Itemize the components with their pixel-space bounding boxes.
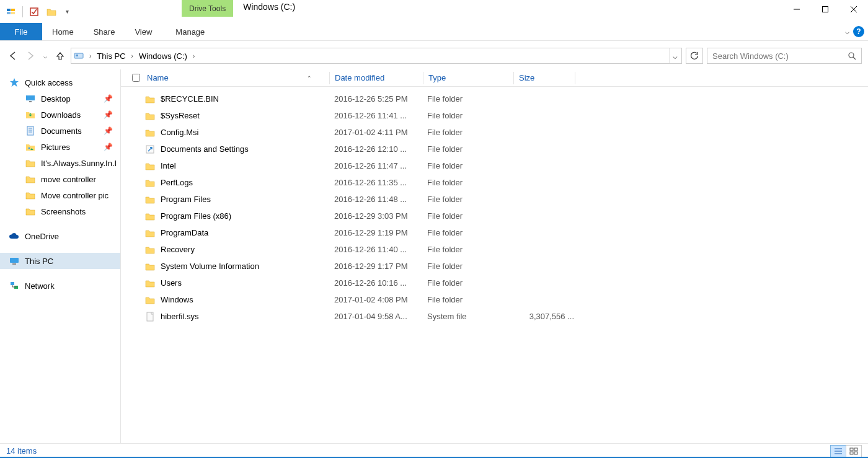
table-row[interactable]: Config.Msi2017-01-02 4:11 PMFile folder bbox=[121, 124, 868, 141]
svg-rect-13 bbox=[26, 95, 35, 100]
select-all-checkbox[interactable] bbox=[132, 74, 144, 82]
chevron-right-icon[interactable]: › bbox=[86, 53, 94, 59]
table-row[interactable]: Program Files (x86)2016-12-29 3:03 PMFil… bbox=[121, 208, 868, 224]
svg-rect-21 bbox=[12, 263, 16, 265]
column-size[interactable]: Size bbox=[514, 73, 575, 82]
file-name: PerfLogs bbox=[161, 178, 334, 187]
svg-rect-14 bbox=[29, 101, 32, 102]
item-count: 14 items bbox=[6, 446, 37, 456]
svg-rect-28 bbox=[147, 312, 153, 321]
sidebar-item[interactable]: Downloads📌 bbox=[0, 107, 120, 123]
folder-icon bbox=[25, 93, 36, 104]
table-row[interactable]: $SysReset2016-12-26 11:41 ...File folder bbox=[121, 107, 868, 124]
file-name: $SysReset bbox=[161, 111, 334, 120]
sidebar-item[interactable]: It's.Always.Sunny.In.I bbox=[0, 155, 120, 171]
sidebar-onedrive[interactable]: OneDrive bbox=[0, 228, 120, 244]
column-name[interactable]: Name ⌃ bbox=[144, 73, 329, 82]
table-row[interactable]: PerfLogs2016-12-26 11:35 ...File folder bbox=[121, 174, 868, 191]
close-button[interactable] bbox=[839, 0, 868, 19]
details-view-button[interactable] bbox=[830, 445, 846, 457]
breadcrumb[interactable]: › This PC › Windows (C:) › ⌵ bbox=[71, 48, 682, 64]
tab-share[interactable]: Share bbox=[84, 23, 125, 40]
sidebar-item[interactable]: move controller bbox=[0, 171, 120, 187]
refresh-button[interactable] bbox=[686, 48, 703, 64]
tab-home[interactable]: Home bbox=[42, 23, 84, 40]
table-row[interactable]: $RECYCLE.BIN2016-12-26 5:25 PMFile folde… bbox=[121, 90, 868, 107]
column-type[interactable]: Type bbox=[423, 73, 513, 82]
thumbnails-view-button[interactable] bbox=[846, 445, 862, 457]
svg-rect-1 bbox=[11, 9, 15, 11]
sidebar-item[interactable]: Screenshots bbox=[0, 203, 120, 219]
table-row[interactable]: ProgramData2016-12-29 1:19 PMFile folder bbox=[121, 224, 868, 241]
forward-button[interactable] bbox=[24, 49, 37, 63]
table-row[interactable]: hiberfil.sys2017-01-04 9:58 A...System f… bbox=[121, 308, 868, 325]
ribbon-expand-icon[interactable]: ⌵ bbox=[845, 27, 849, 36]
sidebar-quick-access[interactable]: Quick access bbox=[0, 74, 120, 90]
new-folder-icon[interactable] bbox=[46, 6, 57, 17]
svg-rect-3 bbox=[11, 12, 15, 14]
folder-icon bbox=[144, 194, 156, 205]
svg-rect-0 bbox=[7, 9, 11, 11]
qat-dropdown-icon[interactable]: ▾ bbox=[63, 6, 71, 17]
column-date[interactable]: Date modified bbox=[330, 73, 423, 82]
separator bbox=[22, 6, 23, 17]
file-type: File folder bbox=[427, 161, 517, 170]
table-row[interactable]: System Volume Information2016-12-29 1:17… bbox=[121, 258, 868, 275]
file-type: File folder bbox=[427, 128, 517, 137]
folder-icon bbox=[25, 157, 36, 169]
chevron-right-icon[interactable]: › bbox=[128, 53, 136, 59]
table-row[interactable]: Intel2016-12-26 11:47 ...File folder bbox=[121, 157, 868, 174]
file-icon bbox=[144, 311, 156, 322]
file-type: File folder bbox=[427, 262, 517, 271]
minimize-button[interactable] bbox=[782, 0, 811, 19]
svg-rect-34 bbox=[850, 452, 853, 454]
svg-rect-15 bbox=[27, 126, 33, 135]
file-date: 2016-12-26 5:25 PM bbox=[334, 94, 427, 103]
table-row[interactable]: Windows2017-01-02 4:08 PMFile folder bbox=[121, 291, 868, 308]
properties-icon[interactable] bbox=[29, 6, 40, 17]
folder-icon bbox=[144, 110, 156, 121]
sidebar-item[interactable]: Desktop📌 bbox=[0, 90, 120, 107]
svg-point-19 bbox=[29, 148, 30, 149]
svg-point-11 bbox=[849, 53, 854, 58]
sidebar-item[interactable]: Documents📌 bbox=[0, 123, 120, 139]
folder-icon bbox=[144, 161, 156, 172]
breadcrumb-this-pc[interactable]: This PC bbox=[94, 51, 128, 61]
sidebar-network[interactable]: Network bbox=[0, 278, 120, 294]
file-tab[interactable]: File bbox=[0, 23, 42, 40]
pc-icon bbox=[9, 255, 20, 266]
file-name: Intel bbox=[161, 161, 334, 170]
svg-rect-10 bbox=[76, 55, 78, 56]
sidebar-item[interactable]: Move controller pic bbox=[0, 187, 120, 203]
contextual-tab-label: Drive Tools bbox=[182, 0, 233, 17]
search-input[interactable]: Search Windows (C:) bbox=[707, 48, 862, 64]
chevron-right-icon[interactable]: › bbox=[190, 53, 198, 59]
file-type: File folder bbox=[427, 211, 517, 221]
recent-locations-button[interactable]: ⌵ bbox=[41, 49, 50, 63]
address-dropdown-icon[interactable]: ⌵ bbox=[669, 48, 680, 63]
tab-view[interactable]: View bbox=[125, 23, 162, 40]
folder-icon bbox=[144, 294, 156, 306]
file-name: Users bbox=[161, 278, 334, 288]
sidebar-this-pc[interactable]: This PC bbox=[0, 253, 120, 269]
file-name: $RECYCLE.BIN bbox=[161, 94, 334, 103]
back-button[interactable] bbox=[6, 49, 20, 63]
tab-manage[interactable]: Manage bbox=[166, 23, 215, 40]
sidebar-item[interactable]: Pictures📌 bbox=[0, 139, 120, 155]
file-date: 2016-12-29 1:19 PM bbox=[334, 228, 427, 237]
up-button[interactable] bbox=[53, 49, 67, 63]
pin-icon: 📌 bbox=[104, 94, 113, 103]
help-icon[interactable]: ? bbox=[853, 26, 864, 37]
drive-icon bbox=[74, 50, 85, 61]
maximize-button[interactable] bbox=[811, 0, 839, 19]
folder-icon bbox=[144, 127, 156, 138]
table-row[interactable]: Documents and Settings2016-12-26 12:10 .… bbox=[121, 141, 868, 157]
file-date: 2016-12-26 11:41 ... bbox=[334, 111, 427, 120]
window-title: Windows (C:) bbox=[243, 0, 295, 12]
breadcrumb-drive[interactable]: Windows (C:) bbox=[136, 51, 190, 61]
folder-icon bbox=[25, 141, 36, 152]
table-row[interactable]: Users2016-12-26 10:16 ...File folder bbox=[121, 275, 868, 291]
table-row[interactable]: Program Files2016-12-26 11:48 ...File fo… bbox=[121, 191, 868, 208]
network-icon bbox=[9, 280, 20, 291]
table-row[interactable]: Recovery2016-12-26 11:40 ...File folder bbox=[121, 241, 868, 258]
